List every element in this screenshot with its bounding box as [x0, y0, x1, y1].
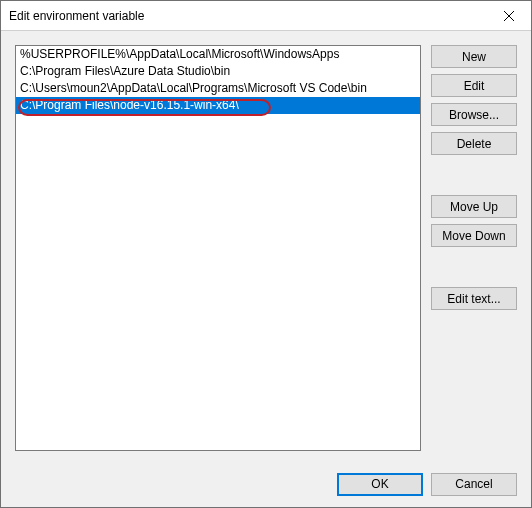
list-item[interactable]: C:\Program Files\node-v16.15.1-win-x64\	[16, 97, 420, 114]
close-icon	[504, 11, 514, 21]
list-item[interactable]: C:\Users\moun2\AppData\Local\Programs\Mi…	[16, 80, 420, 97]
spacer	[431, 161, 517, 189]
list-item[interactable]: %USERPROFILE%\AppData\Local\Microsoft\Wi…	[16, 46, 420, 63]
edit-text-button[interactable]: Edit text...	[431, 287, 517, 310]
path-listbox[interactable]: %USERPROFILE%\AppData\Local\Microsoft\Wi…	[15, 45, 421, 451]
edit-button[interactable]: Edit	[431, 74, 517, 97]
new-button[interactable]: New	[431, 45, 517, 68]
move-up-button[interactable]: Move Up	[431, 195, 517, 218]
ok-button[interactable]: OK	[337, 473, 423, 496]
footer: OK Cancel	[1, 461, 531, 507]
spacer	[431, 253, 517, 281]
move-down-button[interactable]: Move Down	[431, 224, 517, 247]
cancel-button[interactable]: Cancel	[431, 473, 517, 496]
window-title: Edit environment variable	[9, 9, 144, 23]
dialog-window: Edit environment variable %USERPROFILE%\…	[0, 0, 532, 508]
close-button[interactable]	[486, 1, 531, 30]
content-area: %USERPROFILE%\AppData\Local\Microsoft\Wi…	[1, 31, 531, 461]
delete-button[interactable]: Delete	[431, 132, 517, 155]
list-item[interactable]: C:\Program Files\Azure Data Studio\bin	[16, 63, 420, 80]
button-column: New Edit Browse... Delete Move Up Move D…	[431, 45, 517, 451]
browse-button[interactable]: Browse...	[431, 103, 517, 126]
titlebar: Edit environment variable	[1, 1, 531, 31]
